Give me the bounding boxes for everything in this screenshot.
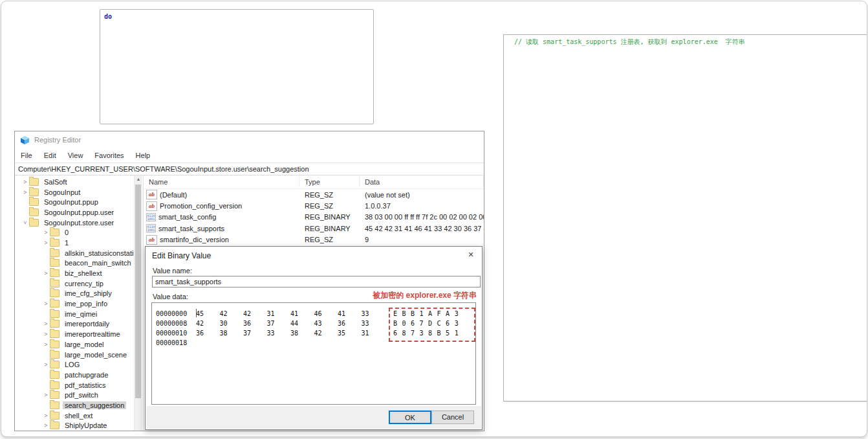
ok-button[interactable]: OK — [389, 411, 431, 424]
value-name-field[interactable] — [152, 276, 481, 287]
tree-item[interactable]: ime_qimei — [15, 309, 134, 319]
hex-byte[interactable]: 43 — [314, 319, 338, 328]
table-row[interactable]: ab(Default)REG_SZ(value not set) — [144, 189, 484, 200]
tree-item[interactable]: >ShiplyUpdate — [15, 421, 134, 431]
tree-item[interactable]: >imereportdaily — [15, 319, 134, 330]
hex-byte[interactable]: 44 — [290, 319, 314, 328]
tree-item[interactable]: large_model_scene — [15, 350, 134, 360]
hex-byte[interactable]: 33 — [362, 309, 385, 319]
code-token: a3 — [822, 401, 830, 401]
menu-item-edit[interactable]: Edit — [44, 152, 56, 159]
value-name-text: (Default) — [160, 191, 187, 199]
scrollbar-thumb[interactable] — [135, 185, 141, 398]
hex-byte[interactable]: 33 — [267, 328, 291, 338]
hex-byte[interactable]: 37 — [267, 319, 291, 328]
cell-name: 0110 1001smart_task_supports — [144, 224, 299, 232]
hex-byte[interactable]: 36 — [243, 319, 267, 328]
hex-byte[interactable]: 36 — [196, 328, 220, 338]
tree-item[interactable]: SogouInput.ppup — [15, 197, 134, 207]
chevron-right-icon[interactable]: > — [42, 300, 50, 307]
tree-item[interactable]: pdf_statistics — [15, 380, 134, 390]
hex-byte[interactable]: 42 — [220, 309, 244, 319]
tree-item[interactable]: >0 — [15, 227, 134, 238]
tree-item[interactable]: >large_model — [15, 339, 134, 350]
code-token: __int64 — [709, 401, 736, 401]
hex-byte[interactable]: 42 — [243, 309, 267, 319]
hex-byte[interactable]: 33 — [362, 319, 385, 328]
hex-offset: 00000010 — [156, 328, 196, 338]
value-name-text: Promotion_config_version — [160, 202, 242, 210]
chevron-right-icon[interactable]: > — [42, 341, 50, 348]
table-row[interactable]: 0110 1001smart_task_configREG_BINARY38 0… — [144, 212, 484, 223]
tree-item-label: SogouInput.store.user — [42, 219, 116, 227]
tree-item[interactable]: >imereportrealtime — [15, 329, 134, 339]
menu-item-view[interactable]: View — [68, 152, 83, 159]
chevron-right-icon[interactable]: > — [42, 321, 50, 327]
tree-item[interactable]: >biz_shellext — [15, 268, 134, 278]
menu-item-file[interactable]: File — [21, 152, 32, 159]
chevron-right-icon[interactable]: > — [42, 361, 50, 368]
column-header-name[interactable]: Name — [144, 177, 299, 187]
tree-item[interactable]: ime_cfg_shiply — [15, 289, 134, 299]
hex-byte[interactable]: 46 — [314, 309, 338, 319]
hex-byte[interactable]: 35 — [338, 328, 362, 338]
hex-byte[interactable]: 31 — [362, 328, 385, 338]
tree-item[interactable]: >1 — [15, 238, 134, 248]
tree-item[interactable]: >LOG — [15, 359, 134, 370]
tree-item-label: currency_tip — [63, 280, 105, 287]
tree-item[interactable]: patchupgrade — [15, 370, 134, 380]
table-row[interactable]: abPromotion_config_versionREG_SZ1.0.0.37 — [144, 200, 484, 211]
hex-byte[interactable]: 36 — [338, 319, 362, 328]
tree-item[interactable]: allskin_statusiconstatistics — [15, 248, 134, 258]
menu-item-help[interactable]: Help — [136, 152, 151, 159]
tree-item[interactable]: >SogouInput — [15, 187, 134, 197]
cell-type: REG_BINARY — [299, 213, 360, 221]
hex-byte[interactable]: 41 — [338, 309, 362, 319]
value-name-text: smartinfo_dic_version — [160, 236, 229, 243]
chevron-down-icon[interactable]: ˅ — [21, 220, 29, 226]
tree-item[interactable]: search_suggestion — [15, 400, 134, 411]
chevron-right-icon[interactable]: > — [42, 412, 50, 419]
hex-byte[interactable]: 41 — [290, 309, 314, 319]
tree-item[interactable]: >SalSoft — [15, 177, 134, 187]
regedit-address-bar[interactable]: Computer\HKEY_CURRENT_USER\SOFTWARE\Sogo… — [15, 163, 484, 175]
hex-byte[interactable]: 42 — [196, 319, 220, 328]
column-header-type[interactable]: Type — [299, 177, 360, 187]
hex-byte[interactable]: 30 — [220, 319, 244, 328]
scroll-up-icon[interactable]: ▲ — [135, 175, 142, 183]
hex-byte[interactable]: 31 — [267, 309, 291, 319]
tree-item[interactable]: >ime_pop_info — [15, 298, 134, 309]
tree-item[interactable]: beacon_main_switch — [15, 258, 134, 269]
tree-item[interactable]: SogouInput.ppup.user — [15, 207, 134, 218]
column-header-data[interactable]: Data — [360, 177, 484, 187]
chevron-right-icon[interactable]: > — [21, 179, 29, 185]
chevron-right-icon[interactable]: > — [42, 270, 50, 276]
menu-item-favorites[interactable]: Favorites — [94, 152, 124, 159]
close-icon[interactable]: ✕ — [460, 247, 482, 262]
table-row[interactable]: 0110 1001smart_task_supportsREG_BINARY45… — [144, 223, 484, 234]
chevron-right-icon[interactable]: > — [42, 422, 50, 429]
table-row[interactable]: absmartinfo_dic_versionREG_SZ9 — [144, 234, 484, 245]
chevron-right-icon[interactable]: > — [21, 189, 29, 196]
hex-byte[interactable]: 38 — [220, 328, 244, 338]
tree-item[interactable]: >pdf_switch — [15, 390, 134, 400]
tree-scrollbar[interactable]: ▲ — [134, 175, 142, 431]
list-header: Name Type Data — [144, 175, 484, 189]
chevron-right-icon[interactable]: > — [42, 331, 50, 337]
hex-byte[interactable]: 45 — [196, 309, 220, 319]
chevron-right-icon[interactable]: > — [42, 392, 50, 398]
cancel-button[interactable]: Cancel — [431, 411, 474, 424]
tree-item[interactable]: ˅SogouInput.store.user — [15, 218, 134, 228]
chevron-right-icon[interactable]: > — [42, 240, 50, 246]
hex-byte[interactable]: 37 — [243, 328, 267, 338]
chevron-right-icon[interactable]: > — [42, 229, 50, 236]
tree-item[interactable]: currency_tip — [15, 278, 134, 289]
folder-icon — [50, 280, 60, 287]
tree-item-label: pdf_switch — [63, 391, 100, 399]
hex-editor[interactable]: 000000004542423141464133EBB1AFA300000008… — [151, 302, 476, 405]
hex-byte[interactable]: 42 — [314, 328, 338, 338]
code-token: ff_get_smart_task_supports — [600, 401, 701, 401]
tree-item[interactable]: >shell_ext — [15, 411, 134, 421]
hex-byte[interactable]: 38 — [290, 328, 314, 338]
tree-item-label: SogouInput — [42, 188, 82, 196]
